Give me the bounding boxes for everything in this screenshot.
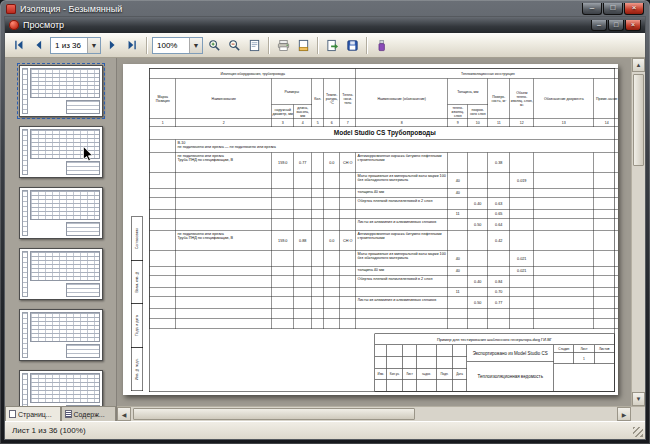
vertical-scroll-track[interactable] xyxy=(632,72,645,392)
table-cell: 0.50 xyxy=(468,297,488,309)
horizontal-scroll-thumb[interactable] xyxy=(133,408,415,420)
minimize-button[interactable]: – xyxy=(582,3,602,15)
table-cell xyxy=(150,140,176,153)
scroll-right-button[interactable]: ▶ xyxy=(617,407,631,421)
print-button[interactable] xyxy=(274,36,292,55)
table-cell xyxy=(510,319,534,329)
table-cell xyxy=(150,189,176,198)
vertical-scroll-thumb[interactable] xyxy=(633,74,644,166)
drawing-frame: Изоляция оборудования, трубопровода Тепл… xyxy=(149,68,615,392)
prev-page-button[interactable] xyxy=(30,36,48,55)
export-button[interactable] xyxy=(323,36,341,55)
zoom-out-button[interactable] xyxy=(225,36,243,55)
page-number-input[interactable]: 1 из 36 xyxy=(51,38,87,53)
table-cell xyxy=(294,173,312,189)
table-cell xyxy=(176,267,272,276)
table-cell xyxy=(594,276,618,288)
content-area: СогласованоВзам. инв. №Подп. и датаИнв. … xyxy=(5,58,645,406)
column-number: 10 xyxy=(468,119,488,127)
prev-page-icon xyxy=(33,39,45,51)
page-thumbnail-2[interactable] xyxy=(19,126,103,178)
vertical-scrollbar[interactable]: ▲ ▼ xyxy=(631,58,645,406)
zoom-dropdown-button[interactable]: ▼ xyxy=(189,38,202,53)
table-cell xyxy=(312,173,324,189)
table-cell xyxy=(340,210,356,219)
close-button[interactable]: × xyxy=(624,3,644,15)
table-row: не подключено или врезка Труба ПНД по сп… xyxy=(150,231,618,251)
table-cell xyxy=(312,219,324,231)
table-cell xyxy=(468,319,488,329)
toolbar-separator xyxy=(366,37,367,54)
table-cell xyxy=(488,189,510,198)
table-cell xyxy=(312,251,324,267)
resize-grip[interactable] xyxy=(633,427,643,437)
save-button[interactable] xyxy=(343,36,361,55)
table-cell xyxy=(150,297,176,309)
thumbnail-titleblock xyxy=(66,344,100,358)
table-row: 110.65 xyxy=(150,210,618,219)
preview-minimize-button[interactable]: – xyxy=(591,20,607,31)
table-cell xyxy=(510,153,534,173)
maximize-button[interactable]: □ xyxy=(603,3,623,15)
usb-export-button[interactable] xyxy=(372,36,390,55)
column-number: 14 xyxy=(594,119,618,127)
table-cell xyxy=(468,210,488,219)
table-cell xyxy=(294,219,312,231)
table-cell xyxy=(488,251,510,267)
thumbnail-margin xyxy=(22,251,28,297)
preview-canvas[interactable]: СогласованоВзам. инв. №Подп. и датаИнв. … xyxy=(117,58,631,406)
horizontal-scroll-track[interactable] xyxy=(131,407,617,421)
page-thumbnail-4[interactable] xyxy=(19,248,103,300)
table-cell xyxy=(176,288,272,297)
horizontal-scrollbar[interactable]: ◀ ▶ xyxy=(117,406,631,421)
preview-maximize-button[interactable]: □ xyxy=(608,20,624,31)
page-number-combo: 1 из 36 ▼ xyxy=(50,37,101,54)
scroll-up-button[interactable]: ▲ xyxy=(632,58,645,72)
pages-tab-label: Страниц... xyxy=(18,411,52,418)
table-cell xyxy=(176,219,272,231)
fit-page-button[interactable] xyxy=(245,36,263,55)
thumbnail-table xyxy=(30,312,100,342)
page-setup-button[interactable] xyxy=(294,36,312,55)
stage-value xyxy=(554,353,574,364)
first-page-button[interactable] xyxy=(10,36,28,55)
bottom-row: Страниц... Содерж... ◀ ▶ xyxy=(5,406,645,421)
tab-contents[interactable]: Содерж... xyxy=(61,406,117,421)
app-title: Изоляция - Безымянный xyxy=(20,4,578,14)
titleblock-doc-title: Теплоизоляционная ведомость xyxy=(467,362,554,391)
table-cell xyxy=(340,297,356,309)
table-cell xyxy=(534,189,594,198)
thumbnail-margin xyxy=(22,68,28,114)
preview-titlebar[interactable]: Просмотр – □ × xyxy=(5,17,645,33)
scroll-down-button[interactable]: ▼ xyxy=(632,392,645,406)
thumbnail-margin xyxy=(22,190,28,236)
zoom-in-button[interactable] xyxy=(205,36,223,55)
scroll-left-button[interactable]: ◀ xyxy=(117,407,131,421)
page-thumbnail-6[interactable] xyxy=(19,370,103,406)
table-cell xyxy=(324,173,340,189)
table-cell xyxy=(150,210,176,219)
page-dropdown-button[interactable]: ▼ xyxy=(87,38,100,53)
table-cell xyxy=(150,231,176,251)
table-cell xyxy=(448,219,468,231)
zoom-input[interactable]: 100% xyxy=(153,38,189,53)
last-page-button[interactable] xyxy=(123,36,141,55)
table-cell xyxy=(594,319,618,329)
table-cell xyxy=(340,309,356,319)
preview-close-button[interactable]: × xyxy=(625,20,641,31)
page-thumbnail-5[interactable] xyxy=(19,309,103,361)
table-cell xyxy=(340,276,356,288)
app-window-controls: – □ × xyxy=(582,3,644,15)
table-cell xyxy=(324,319,340,329)
table-cell xyxy=(272,210,294,219)
table-cell: 0.42 xyxy=(488,231,510,251)
table-cell: 0.63 xyxy=(488,198,510,210)
page-thumbnail-3[interactable] xyxy=(19,187,103,239)
col-header-document: Обозначение документа xyxy=(534,79,594,119)
page-thumbnail-1[interactable] xyxy=(19,65,103,117)
next-page-button[interactable] xyxy=(103,36,121,55)
table-cell xyxy=(534,288,594,297)
tab-pages[interactable]: Страниц... xyxy=(5,406,61,421)
app-titlebar[interactable]: Изоляция - Безымянный – □ × xyxy=(0,0,650,16)
toolbar-separator xyxy=(268,37,269,54)
